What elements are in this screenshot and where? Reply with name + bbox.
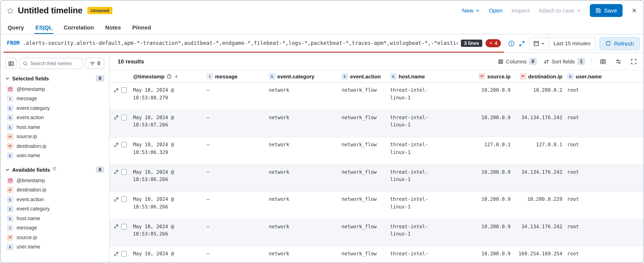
cell-user_name[interactable]: root xyxy=(565,86,618,94)
cell-timestamp[interactable]: May 10, 2024 @ 18:53:08.279 xyxy=(130,86,204,101)
cell-user_name[interactable]: root xyxy=(565,168,618,176)
cell-message[interactable]: – xyxy=(204,196,266,203)
expand-row-icon[interactable] xyxy=(114,88,118,92)
cell-event_action[interactable]: network_flow xyxy=(339,196,388,203)
expand-row-icon[interactable] xyxy=(114,197,118,201)
cell-event_category[interactable]: network xyxy=(266,250,339,258)
field-item-message[interactable]: tmessage xyxy=(5,94,104,103)
column-header-message[interactable]: tmessage xyxy=(204,73,266,80)
cell-destination_ip[interactable]: 10.200.0.229 xyxy=(513,196,565,203)
cell-user_name[interactable]: root xyxy=(565,141,618,148)
row-checkbox[interactable] xyxy=(121,87,127,93)
error-count-badge[interactable]: ✕ 4 xyxy=(486,39,501,47)
field-item-user.name[interactable]: kuser.name xyxy=(5,242,104,252)
cell-host_name[interactable]: threat-intel-linux-1 xyxy=(388,196,434,211)
cell-timestamp[interactable]: May 10, 2024 @ xyxy=(130,250,204,258)
cell-user_name[interactable]: root xyxy=(565,114,618,121)
cell-message[interactable]: – xyxy=(204,168,266,176)
row-checkbox[interactable] xyxy=(121,115,127,120)
field-item-event.action[interactable]: kevent.action xyxy=(5,113,104,122)
field-item-event.category[interactable]: kevent.category xyxy=(5,204,104,214)
cell-host_name[interactable]: threat-intel-linux-1 xyxy=(388,114,434,129)
tab-query[interactable]: Query xyxy=(7,20,25,34)
field-item-message[interactable]: tmessage xyxy=(5,223,104,233)
column-header-user-name[interactable]: kuser.name xyxy=(565,73,618,80)
field-item-source.ip[interactable]: IPsource.ip xyxy=(5,132,104,141)
cell-timestamp[interactable]: May 10, 2024 @ 18:53:07.266 xyxy=(130,114,204,129)
cell-user_name[interactable]: root xyxy=(565,196,618,203)
cell-host_name[interactable]: threat-intel-linux-1 xyxy=(388,223,434,238)
expand-query-icon[interactable] xyxy=(519,40,525,47)
inspect-button[interactable]: Inspect xyxy=(512,7,530,14)
favorite-star-icon[interactable] xyxy=(7,7,14,14)
cell-event_category[interactable]: network xyxy=(266,196,339,203)
cell-event_category[interactable]: network xyxy=(266,223,339,230)
cell-event_action[interactable]: network_flow xyxy=(339,250,388,258)
cell-message[interactable]: – xyxy=(204,223,266,230)
time-range-button[interactable]: Last 15 minutes xyxy=(549,40,595,46)
sort-fields-button[interactable]: Sort fields 1 xyxy=(543,58,585,65)
cell-source_ip[interactable]: 10.200.0.9 xyxy=(434,86,513,94)
cell-event_category[interactable]: network xyxy=(266,141,339,148)
info-icon[interactable] xyxy=(508,40,515,47)
row-checkbox[interactable] xyxy=(121,196,127,202)
cell-source_ip[interactable]: 10.200.0.9 xyxy=(434,196,513,203)
cell-source_ip[interactable]: 10.200.0.9 xyxy=(434,223,513,230)
cell-host_name[interactable]: threat-intel-linux-1 xyxy=(388,168,434,183)
cell-destination_ip[interactable]: 34.134.176.242 xyxy=(513,223,565,230)
cell-event_action[interactable]: network_flow xyxy=(339,114,388,121)
field-item-host.name[interactable]: khost.name xyxy=(5,122,104,132)
row-checkbox[interactable] xyxy=(121,142,127,147)
tab-correlation[interactable]: Correlation xyxy=(63,20,94,34)
open-button[interactable]: Open xyxy=(489,7,503,14)
field-item-source.ip[interactable]: IPsource.ip xyxy=(5,233,104,242)
cell-timestamp[interactable]: May 10, 2024 @ 18:53:05.266 xyxy=(130,223,204,238)
field-item-@timestamp[interactable]: @timestamp xyxy=(5,176,104,185)
save-button[interactable]: Save xyxy=(590,4,622,17)
cell-message[interactable]: – xyxy=(204,141,266,148)
cell-message[interactable]: – xyxy=(204,86,266,94)
row-checkbox[interactable] xyxy=(121,251,127,257)
cell-host_name[interactable]: threat-intel-linux-1 xyxy=(388,86,434,101)
search-input[interactable] xyxy=(30,61,80,66)
column-header-host-name[interactable]: khost.name xyxy=(388,73,434,80)
attach-to-case-button[interactable]: Attach to case xyxy=(539,7,581,14)
cell-host_name[interactable]: threat-intel-linux-1 xyxy=(388,141,434,156)
expand-row-icon[interactable] xyxy=(114,170,118,174)
field-item-event.action[interactable]: kevent.action xyxy=(5,195,104,204)
field-item-destination.ip[interactable]: IPdestination.ip xyxy=(5,185,104,195)
field-item-@timestamp[interactable]: @timestamp xyxy=(5,84,104,94)
field-item-event.category[interactable]: kevent.category xyxy=(5,103,104,113)
column-header-destination-ip[interactable]: IPdestination.ip xyxy=(513,73,565,80)
fullscreen-icon[interactable] xyxy=(629,57,638,66)
cell-message[interactable]: – xyxy=(204,114,266,121)
cell-source_ip[interactable]: 10.200.0.9 xyxy=(434,114,513,121)
cell-message[interactable]: – xyxy=(204,250,266,258)
tab-notes[interactable]: Notes xyxy=(104,20,122,34)
field-item-destination.ip[interactable]: IPdestination.ip xyxy=(5,141,104,151)
cell-destination_ip[interactable]: 34.134.176.242 xyxy=(513,114,565,121)
display-settings-icon[interactable] xyxy=(614,57,622,66)
cell-destination_ip[interactable]: 127.0.0.1 xyxy=(513,141,565,148)
cell-host_name[interactable]: threat-intel- xyxy=(388,250,434,258)
column-header-timestamp[interactable]: @timestamp xyxy=(130,73,204,79)
cell-event_action[interactable]: network_flow xyxy=(339,168,388,176)
row-checkbox[interactable] xyxy=(121,224,127,229)
cell-destination_ip[interactable]: 169.254.169.254 xyxy=(513,250,565,258)
close-icon[interactable] xyxy=(632,8,637,13)
columns-button[interactable]: Columns 8 xyxy=(498,58,537,65)
cell-event_category[interactable]: network xyxy=(266,168,339,176)
cell-source_ip[interactable]: 10.200.0.9 xyxy=(434,168,513,176)
tab-pinned[interactable]: Pinned xyxy=(132,20,152,34)
expand-row-icon[interactable] xyxy=(114,224,118,229)
cell-user_name[interactable]: root xyxy=(565,250,618,258)
available-fields-header[interactable]: Available fields 8 xyxy=(5,166,104,173)
cell-event_action[interactable]: network_flow xyxy=(339,86,388,94)
new-menu-button[interactable]: New xyxy=(462,7,480,14)
selected-fields-header[interactable]: Selected fields 8 xyxy=(5,75,104,82)
field-list-toggle-button[interactable] xyxy=(5,58,16,69)
cell-event_action[interactable]: network_flow xyxy=(339,141,388,148)
field-filter-button[interactable]: 0 xyxy=(86,58,104,69)
date-picker-calendar-button[interactable] xyxy=(530,37,549,49)
row-checkbox[interactable] xyxy=(121,169,127,175)
